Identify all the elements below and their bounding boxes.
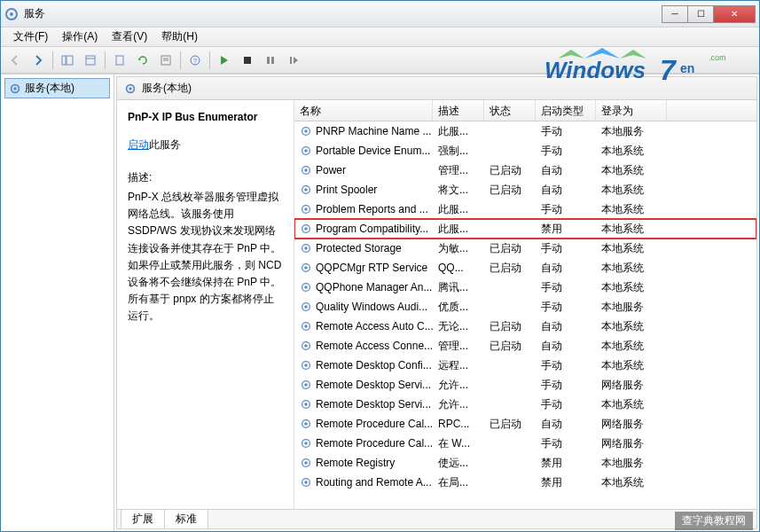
service-startup: 自动 [536, 337, 596, 356]
gear-icon [300, 223, 312, 235]
export-button[interactable] [109, 50, 130, 71]
service-startup: 手动 [536, 122, 596, 141]
service-list-body[interactable]: PNRP Machine Name ...此服...手动本地服务Portable… [294, 121, 756, 509]
service-row[interactable]: Routing and Remote A...在局...禁用本地系统 [294, 473, 756, 492]
service-logon: 本地系统 [596, 395, 667, 414]
service-status [484, 403, 536, 406]
tree-root-services-local[interactable]: 服务(本地) [4, 78, 110, 98]
svg-text:?: ? [193, 57, 198, 65]
service-row[interactable]: Print Spooler将文...已启动自动本地系统 [294, 180, 756, 200]
maximize-button[interactable]: ☐ [687, 5, 714, 23]
start-service-button[interactable] [214, 50, 235, 71]
col-logon-as[interactable]: 登录为 [596, 100, 667, 121]
service-status [484, 207, 536, 211]
service-status [484, 286, 536, 289]
service-row[interactable]: Remote Desktop Servi...允许...手动网络服务 [294, 375, 756, 395]
restart-service-button[interactable] [283, 50, 304, 71]
col-description[interactable]: 描述 [433, 100, 484, 121]
svg-point-23 [304, 149, 308, 153]
service-row[interactable]: Remote Access Auto C...无论...已启动自动本地系统 [294, 317, 756, 336]
svg-point-51 [304, 422, 308, 426]
service-name: PNRP Machine Name ... [294, 123, 433, 139]
service-row[interactable]: Remote Access Conne...管理...已启动自动本地系统 [294, 336, 756, 356]
properties-icon-button[interactable] [155, 50, 176, 71]
gear-icon [300, 145, 312, 157]
menu-file[interactable]: 文件(F) [6, 27, 55, 46]
service-desc: 此服... [433, 220, 484, 239]
service-row[interactable]: QQPCMgr RTP ServiceQQ...已启动自动本地系统 [294, 258, 756, 278]
service-row[interactable]: Remote Desktop Confi...远程...手动本地系统 [294, 356, 756, 375]
service-desc: 允许... [433, 376, 484, 395]
svg-rect-13 [267, 57, 270, 64]
service-startup: 自动 [536, 317, 596, 336]
menu-action[interactable]: 操作(A) [55, 27, 105, 46]
start-service-link[interactable]: 启动 [128, 138, 149, 151]
close-button[interactable]: ✕ [713, 5, 756, 23]
service-row[interactable]: PNRP Machine Name ...此服...手动本地服务 [294, 121, 756, 141]
svg-point-19 [129, 87, 132, 90]
service-row[interactable]: Remote Procedure Cal...在 W...手动网络服务 [294, 434, 756, 453]
service-status: 已启动 [484, 161, 536, 180]
svg-rect-12 [244, 57, 251, 64]
service-row[interactable]: QQPhone Manager An...腾讯...手动本地系统 [294, 278, 756, 297]
service-name: Protected Storage [294, 240, 433, 256]
svg-point-41 [304, 325, 308, 328]
col-status[interactable]: 状态 [484, 100, 536, 121]
svg-rect-15 [290, 57, 292, 64]
properties-button[interactable] [80, 50, 101, 71]
service-status: 已启动 [484, 239, 536, 258]
service-name: Remote Registry [294, 455, 433, 471]
service-logon: 本地系统 [596, 337, 667, 356]
toolbar-separator [180, 51, 181, 69]
menu-view[interactable]: 查看(V) [105, 27, 154, 46]
service-row[interactable]: Protected Storage为敏...已启动手动本地系统 [294, 239, 756, 258]
gear-icon [300, 203, 312, 215]
service-row[interactable]: Quality Windows Audi...优质...手动本地服务 [294, 297, 756, 317]
gear-icon [300, 242, 312, 254]
service-logon: 本地系统 [596, 473, 667, 492]
service-logon: 本地系统 [596, 220, 667, 239]
col-startup-type[interactable]: 启动类型 [536, 100, 596, 121]
gear-icon [300, 281, 312, 293]
help-button[interactable]: ? [184, 50, 206, 71]
service-startup: 自动 [536, 415, 596, 434]
service-row[interactable]: Program Compatibility...此服...禁用本地系统 [294, 219, 756, 239]
refresh-button[interactable] [132, 50, 153, 71]
service-desc: 优质... [433, 298, 484, 317]
service-desc: 管理... [433, 161, 484, 180]
menu-help[interactable]: 帮助(H) [154, 27, 205, 46]
show-hide-tree-button[interactable] [57, 50, 78, 71]
service-desc: 在 W... [433, 434, 484, 453]
nav-forward-button[interactable] [27, 50, 49, 71]
stop-service-button[interactable] [237, 50, 258, 71]
service-startup: 自动 [536, 259, 596, 278]
start-service-line: 启动此服务 [128, 137, 283, 153]
tab-standard[interactable]: 标准 [164, 509, 208, 528]
panel-body: PnP-X IP Bus Enumerator 启动此服务 描述: PnP-X … [117, 100, 756, 509]
service-row[interactable]: Problem Reports and ...此服...手动本地系统 [294, 200, 756, 219]
service-row[interactable]: Remote Registry使远...禁用本地服务 [294, 453, 756, 473]
service-row[interactable]: Remote Procedure Cal...RPC...已启动自动网络服务 [294, 414, 756, 434]
svg-point-17 [13, 87, 17, 90]
service-row[interactable]: Portable Device Enum...强制...手动本地系统 [294, 141, 756, 160]
description-text: PnP-X 总线枚举器服务管理虚拟网络总线。该服务使用 SSDP/WS 发现协议… [128, 189, 283, 325]
tab-extended[interactable]: 扩展 [121, 509, 165, 528]
svg-rect-6 [116, 56, 123, 65]
gear-icon [300, 340, 312, 352]
service-desc: 将文... [433, 181, 484, 200]
tab-strip: 扩展 标准 [117, 509, 756, 528]
titlebar[interactable]: 服务 ─ ☐ ✕ [1, 1, 759, 27]
service-startup: 手动 [536, 434, 596, 453]
gear-icon [300, 437, 312, 450]
gear-icon [300, 262, 312, 274]
service-status: 已启动 [484, 317, 536, 336]
col-name[interactable]: 名称 [294, 100, 433, 121]
service-row[interactable]: Remote Desktop Servi...允许...手动本地系统 [294, 395, 756, 414]
service-row[interactable]: Power管理...已启动自动本地系统 [294, 160, 756, 180]
pause-service-button[interactable] [260, 50, 281, 71]
service-startup: 禁用 [536, 473, 596, 492]
service-status: 已启动 [484, 259, 536, 278]
service-desc: 为敏... [433, 239, 484, 258]
nav-back-button[interactable] [4, 50, 26, 71]
minimize-button[interactable]: ─ [662, 5, 688, 23]
